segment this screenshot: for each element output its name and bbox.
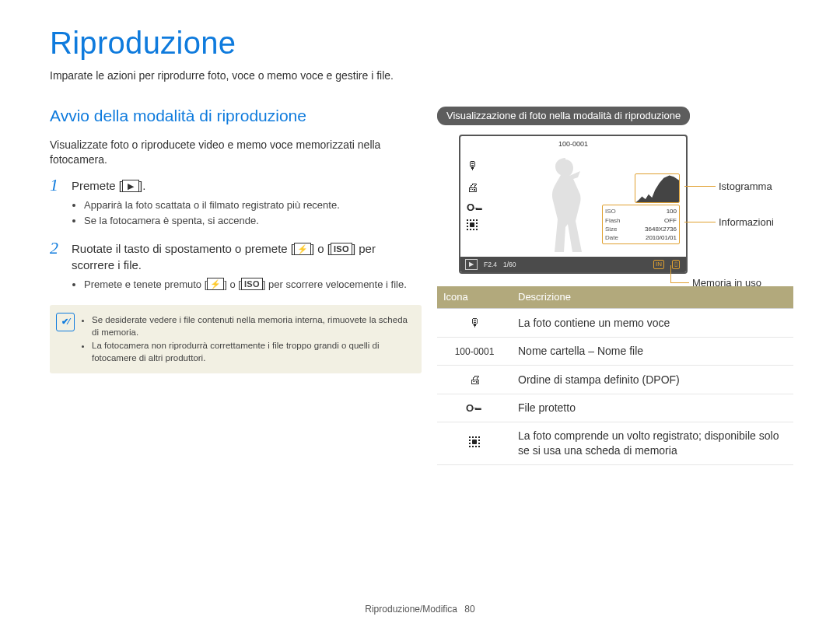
- row-desc: La foto comprende un volto registrato; d…: [512, 422, 793, 465]
- step-1-bullet-1: Apparirà la foto scattata o il filmato r…: [84, 198, 422, 212]
- footer-section: Riproduzione/Modifica: [365, 604, 457, 615]
- iso-icon: ISO: [331, 243, 352, 255]
- step-2: 2 Ruotate il tasto di spostamento o prem…: [50, 241, 422, 294]
- section-lead: Visualizzate foto o riproducete video e …: [50, 138, 422, 167]
- row-icon-mic: [437, 308, 512, 337]
- step-2-bullet-1: Premete e tenete premuto [⚡] o [ISO] per…: [84, 278, 422, 292]
- info-date-value: 2010/01/01: [646, 233, 677, 242]
- info-iso-value: 100: [667, 207, 677, 215]
- step-1: 1 Premete [▶]. Apparirà la foto scattata…: [50, 178, 422, 230]
- leader-info: [684, 222, 716, 222]
- key-icon: [467, 201, 484, 215]
- subsection-bar: Visualizzazione di foto nella modalità d…: [437, 107, 690, 126]
- photo-silhouette: [534, 156, 597, 257]
- flash-icon-2: ⚡: [207, 278, 224, 290]
- step-2-number: 2: [50, 240, 67, 257]
- print-icon: [469, 373, 481, 386]
- step-1-text-b: ].: [139, 179, 145, 192]
- step-1-number: 1: [50, 177, 67, 194]
- shutter-value: 1/60: [503, 261, 516, 269]
- step-2-bullets: Premete e tenete premuto [⚡] o [ISO] per…: [84, 278, 422, 292]
- page-title: Riproduzione: [50, 22, 793, 64]
- left-column: Avvio della modalità di riproduzione Vis…: [50, 102, 422, 465]
- table-header-icon: Icona: [437, 286, 512, 308]
- step-2-text-a: Ruotate il tasto di spostamento o premet…: [72, 242, 294, 255]
- face-icon: [467, 219, 478, 230]
- flash-icon: ⚡: [294, 243, 311, 255]
- note-2: La fotocamera non riprodurrà correttamen…: [92, 340, 412, 364]
- row-desc: Ordine di stampa definito (DPOF): [512, 366, 793, 394]
- camera-screen: 100-0001 ISO100: [459, 135, 688, 274]
- table-row: 100-0001 Nome cartella – Nome file: [437, 338, 793, 366]
- footer: Riproduzione/Modifica 80: [0, 603, 840, 615]
- print-icon: [467, 180, 484, 195]
- info-size-label: Size: [605, 225, 618, 233]
- step-2-text-b: ] o [: [311, 242, 331, 255]
- aperture-value: F2.4: [484, 261, 497, 269]
- row-icon-key: [437, 394, 512, 422]
- info-iso-label: ISO: [605, 207, 616, 215]
- columns: Avvio della modalità di riproduzione Vis…: [50, 102, 793, 465]
- page: Riproduzione Imparate le azioni per ripr…: [0, 0, 840, 634]
- step-2-text: Ruotate il tasto di spostamento o premet…: [72, 241, 422, 273]
- leader-memory-v: [670, 265, 671, 282]
- info-flash-value: OFF: [664, 216, 677, 225]
- note-list: Se desiderate vedere i file contenuti ne…: [92, 313, 412, 366]
- info-box: ISO100 FlashOFF Size3648X2736 Date2010/0…: [602, 205, 680, 244]
- play-icon: ▶: [122, 180, 139, 192]
- face-icon: [469, 436, 480, 447]
- row-desc: File protetto: [512, 394, 793, 422]
- step-1-bullets: Apparirà la foto scattata o il filmato r…: [84, 198, 422, 227]
- section-heading: Avvio della modalità di riproduzione: [50, 105, 422, 127]
- step-1-bullet-2: Se la fotocamera è spenta, si accende.: [84, 214, 422, 228]
- play-mode-icon: ▶: [465, 259, 478, 270]
- row-desc: Nome cartella – Nome file: [512, 338, 793, 366]
- page-number: 80: [464, 604, 474, 615]
- row-desc: La foto contiene un memo voce: [512, 308, 793, 337]
- note-box: ✔⁄ Se desiderate vedere i file contenuti…: [50, 305, 422, 373]
- histogram-box: [635, 173, 680, 203]
- memory-indicator-2: ▯: [672, 260, 680, 269]
- step-1-text: Premete [▶].: [72, 178, 422, 194]
- note-icon: ✔⁄: [56, 313, 75, 331]
- step-2-b1-a: Premete e tenete premuto [: [84, 278, 207, 290]
- right-column: Visualizzazione di foto nella modalità d…: [437, 102, 793, 465]
- row-icon-face: [437, 422, 512, 465]
- mic-icon: [469, 317, 481, 329]
- display-area: 100-0001 ISO100: [437, 135, 779, 274]
- icon-description-table: Icona Descrizione La foto contiene un me…: [437, 286, 793, 465]
- status-icon-stack: [467, 158, 484, 230]
- row-icon-print: [437, 366, 512, 394]
- folder-label: 100-0001: [558, 139, 588, 149]
- step-2-b1-c: ] per scorrere velocemente i file.: [263, 278, 407, 290]
- iso-icon-2: ISO: [241, 278, 263, 290]
- intro-paragraph: Imparate le azioni per riprodurre foto, …: [50, 68, 793, 83]
- note-1: Se desiderate vedere i file contenuti ne…: [92, 314, 412, 338]
- callout-memory: Memoria in uso: [692, 276, 761, 290]
- memory-indicator-1: IN: [653, 260, 664, 269]
- step-2-b1-b: ] o [: [224, 278, 241, 290]
- info-date-label: Date: [605, 233, 618, 242]
- callout-histogram: Istogramma: [719, 180, 772, 194]
- table-row: La foto contiene un memo voce: [437, 308, 793, 337]
- leader-memory-h: [670, 282, 689, 283]
- leader-histogram: [684, 186, 716, 187]
- info-size-value: 3648X2736: [645, 225, 677, 233]
- row-icon-folder: 100-0001: [437, 338, 512, 366]
- screen-bottom-bar: ▶ F2.4 1/60 IN ▯: [460, 257, 686, 272]
- table-row: Ordine di stampa definito (DPOF): [437, 366, 793, 394]
- step-1-text-a: Premete [: [72, 179, 122, 192]
- mic-icon: [467, 158, 484, 173]
- info-flash-label: Flash: [605, 216, 621, 225]
- callout-info: Informazioni: [719, 215, 774, 229]
- table-row: La foto comprende un volto registrato; d…: [437, 422, 793, 465]
- table-row: File protetto: [437, 394, 793, 422]
- key-icon: [466, 401, 483, 415]
